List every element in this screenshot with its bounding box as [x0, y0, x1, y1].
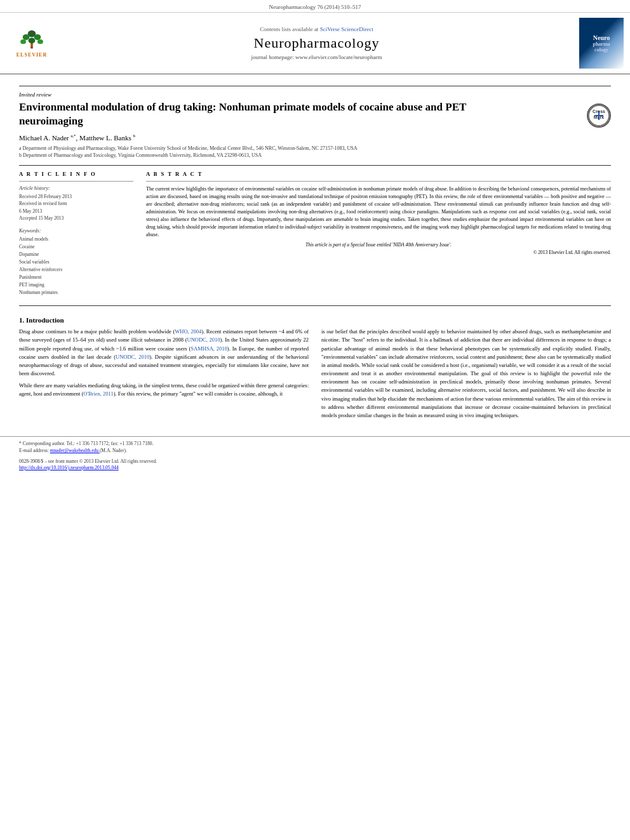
- section-1-right: is our belief that the principles descri…: [321, 328, 611, 423]
- history-label: Article history:: [19, 185, 133, 191]
- svg-point-7: [30, 44, 33, 46]
- section-1-title: 1. Introduction: [19, 316, 611, 324]
- body-paragraph-left-0: Drug abuse continues to be a major publi…: [19, 328, 309, 378]
- body-paragraph-left-1: While there are many variables mediating…: [19, 382, 309, 398]
- elsevier-logo: ELSEVIER: [6, 29, 57, 58]
- footnote-email: E-mail address: mnader@wakehealth.edu (M…: [19, 447, 611, 454]
- received-revised-label: Received in revised form: [19, 200, 133, 207]
- ref-unodc-2010[interactable]: UNODC, 2010: [187, 337, 220, 343]
- abstract-header: A B S T R A C T: [146, 171, 611, 177]
- journal-homepage: journal homepage: www.elsevier.com/locat…: [57, 54, 576, 60]
- svg-point-4: [37, 39, 43, 44]
- keyword-item: Social variables: [19, 258, 133, 266]
- journal-cover-image: Neuro pharma cology: [579, 18, 624, 69]
- crossmark-icon: Cross Mark: [587, 103, 611, 128]
- svg-point-1: [23, 34, 30, 40]
- contents-available-text: Contents lists available at: [260, 26, 318, 32]
- keyword-item: Nonhuman primates: [19, 289, 133, 297]
- article-history: Received 28 February 2013 Received in re…: [19, 193, 133, 222]
- journal-header-center: Contents lists available at SciVerse Sci…: [57, 26, 576, 60]
- email-label-text: E-mail address:: [19, 448, 49, 453]
- keyword-item: Cocaine: [19, 243, 133, 251]
- ref-obrien-2011[interactable]: O'Brien, 2011: [83, 390, 114, 397]
- received-date: Received 28 February 2013: [19, 193, 133, 200]
- keyword-item: Alternative reinforcers: [19, 266, 133, 274]
- author-1: Michael A. Nader a,*: [19, 134, 76, 142]
- abstract-copyright: © 2013 Elsevier Ltd. All rights reserved…: [146, 250, 611, 255]
- keywords-list: Animal modelsCocaineDopamineSocial varia…: [19, 236, 133, 297]
- section-1-left: Drug abuse continues to be a major publi…: [19, 328, 309, 423]
- keyword-item: Animal models: [19, 236, 133, 243]
- journal-bar: Neuropharmacology 76 (2014) 510–517: [0, 0, 630, 13]
- authors-line: Michael A. Nader a,*, Matthew L. Banks b: [19, 133, 611, 142]
- keyword-item: Punishment: [19, 274, 133, 281]
- journal-title: Neuropharmacology: [57, 35, 576, 51]
- abstract-special-issue: This article is part of a Special Issue …: [146, 242, 611, 248]
- keywords-label: Keywords:: [19, 228, 133, 234]
- footer-area: * Corresponding author. Tel.: +1 336 713…: [0, 436, 630, 477]
- introduction-section: 1. Introduction Drug abuse continues to …: [19, 316, 611, 423]
- svg-point-3: [20, 39, 26, 44]
- keywords-section: Keywords: Animal modelsCocaineDopamineSo…: [19, 228, 133, 297]
- crossmark-svg: Cross Mark: [588, 105, 610, 126]
- article-info-header: A R T I C L E I N F O: [19, 171, 133, 177]
- affiliations: a Department of Physiology and Pharmacol…: [19, 145, 611, 159]
- elsevier-logo-area: ELSEVIER: [6, 29, 57, 58]
- svg-point-5: [29, 37, 36, 43]
- doi-link[interactable]: http://dx.doi.org/10.1016/j.neuropharm.2…: [19, 465, 611, 470]
- main-content: Invited review Environmental modulation …: [0, 74, 630, 423]
- header-area: ELSEVIER Contents lists available at Sci…: [0, 13, 630, 74]
- author-email-link[interactable]: mnader@wakehealth.edu: [50, 448, 100, 453]
- sciverse-link[interactable]: SciVerse ScienceDirect: [320, 26, 373, 32]
- issn-line: 0028-3908/$ – see front matter © 2013 El…: [19, 458, 611, 465]
- article-info-divider: [19, 181, 133, 182]
- journal-citation: Neuropharmacology 76 (2014) 510–517: [269, 4, 361, 10]
- doi-url[interactable]: http://dx.doi.org/10.1016/j.neuropharm.2…: [19, 465, 119, 470]
- keyword-item: Dopamine: [19, 251, 133, 258]
- abstract-column: A B S T R A C T The current review highl…: [146, 171, 611, 297]
- body-paragraph-right-0: is our belief that the principles descri…: [321, 328, 611, 420]
- article-type-label: Invited review: [19, 91, 611, 98]
- ref-samhsa-2010[interactable]: SAMHSA, 2010: [191, 345, 227, 352]
- below-abstract-divider: [19, 305, 611, 306]
- journal-thumbnail: Neuro pharma cology: [576, 18, 624, 69]
- accepted-date: Accepted 15 May 2013: [19, 215, 133, 222]
- sciverse-line: Contents lists available at SciVerse Sci…: [57, 26, 576, 32]
- elsevier-brand-text: ELSEVIER: [17, 52, 47, 58]
- below-affiliations-divider: [19, 165, 611, 166]
- article-info-column: A R T I C L E I N F O Article history: R…: [19, 171, 133, 297]
- top-divider: [19, 86, 611, 86]
- article-title: Environmental modulation of drug taking:…: [19, 100, 527, 128]
- abstract-divider: [146, 181, 611, 182]
- crossmark-badge: Cross Mark: [587, 103, 611, 128]
- footnote-corresponding: * Corresponding author. Tel.: +1 336 713…: [19, 440, 611, 447]
- info-abstract-section: A R T I C L E I N F O Article history: R…: [19, 171, 611, 297]
- author-2: Matthew L. Banks b: [79, 134, 135, 142]
- abstract-text: The current review highlights the import…: [146, 185, 611, 239]
- elsevier-tree-icon: [16, 29, 48, 51]
- keyword-item: PET imaging: [19, 281, 133, 289]
- affiliation-a: a Department of Physiology and Pharmacol…: [19, 145, 611, 152]
- ref-unodc-2010b[interactable]: UNODC, 2010: [116, 354, 149, 360]
- ref-who-2004[interactable]: WHO, 2004: [175, 328, 201, 335]
- section-1-body: Drug abuse continues to be a major publi…: [19, 328, 611, 423]
- svg-point-2: [34, 34, 41, 40]
- affiliation-b: b Department of Pharmacology and Toxicol…: [19, 152, 611, 159]
- revised-date: 6 May 2013: [19, 208, 133, 215]
